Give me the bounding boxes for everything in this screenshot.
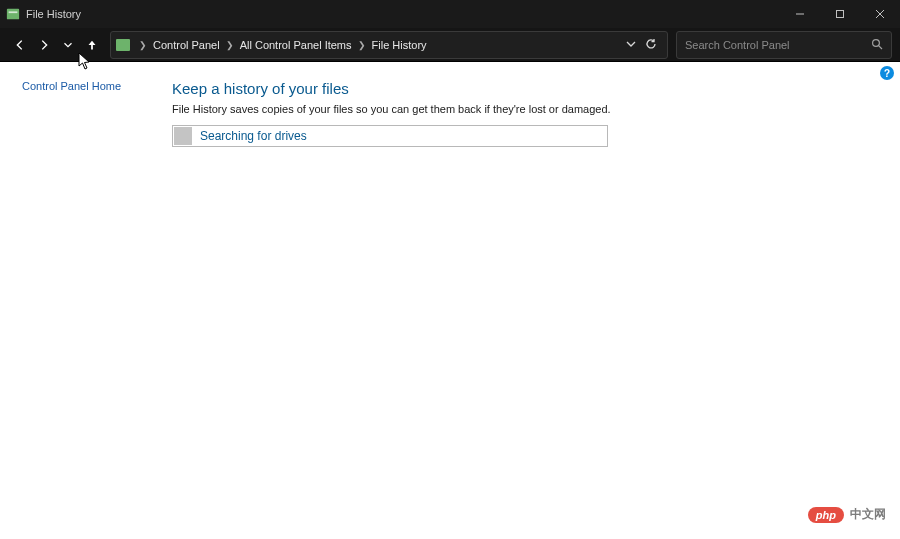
- address-dropdown[interactable]: [625, 38, 637, 52]
- page-description: File History saves copies of your files …: [172, 103, 900, 115]
- search-box[interactable]: [676, 31, 892, 59]
- forward-button[interactable]: [32, 33, 56, 57]
- window-title: File History: [26, 8, 81, 20]
- svg-rect-1: [9, 11, 18, 13]
- watermark-pill: php: [808, 507, 844, 523]
- search-input[interactable]: [685, 39, 871, 51]
- refresh-button[interactable]: [645, 38, 657, 52]
- app-icon: [6, 7, 20, 21]
- location-icon: [115, 37, 131, 53]
- control-panel-home-link[interactable]: Control Panel Home: [22, 80, 121, 92]
- watermark-text: 中文网: [850, 506, 886, 523]
- svg-point-7: [873, 39, 880, 46]
- chevron-right-icon: ❯: [135, 40, 151, 50]
- breadcrumb-item[interactable]: All Control Panel Items: [238, 39, 354, 51]
- page-title: Keep a history of your files: [172, 80, 900, 97]
- status-text: Searching for drives: [192, 129, 307, 143]
- minimize-button[interactable]: [780, 0, 820, 28]
- up-button[interactable]: [80, 33, 104, 57]
- svg-rect-3: [837, 11, 844, 18]
- title-bar: File History: [0, 0, 900, 28]
- back-button[interactable]: [8, 33, 32, 57]
- status-row: Searching for drives: [172, 125, 608, 147]
- recent-dropdown[interactable]: [56, 33, 80, 57]
- svg-line-8: [879, 45, 882, 48]
- breadcrumb-item[interactable]: Control Panel: [151, 39, 222, 51]
- chevron-right-icon: ❯: [354, 40, 370, 50]
- content-area: Control Panel Home Keep a history of you…: [0, 62, 900, 539]
- watermark: php 中文网: [808, 506, 886, 523]
- window-controls: [780, 0, 900, 28]
- main-panel: Keep a history of your files File Histor…: [172, 62, 900, 539]
- breadcrumb-item[interactable]: File History: [370, 39, 429, 51]
- search-icon: [871, 36, 883, 54]
- address-bar: ❯ Control Panel ❯ All Control Panel Item…: [0, 28, 900, 62]
- help-icon[interactable]: ?: [880, 66, 894, 80]
- address-box[interactable]: ❯ Control Panel ❯ All Control Panel Item…: [110, 31, 668, 59]
- sidebar: Control Panel Home: [0, 62, 172, 539]
- spinner-icon: [174, 127, 192, 145]
- chevron-right-icon: ❯: [222, 40, 238, 50]
- maximize-button[interactable]: [820, 0, 860, 28]
- svg-rect-6: [116, 39, 130, 51]
- svg-rect-0: [7, 9, 19, 20]
- close-button[interactable]: [860, 0, 900, 28]
